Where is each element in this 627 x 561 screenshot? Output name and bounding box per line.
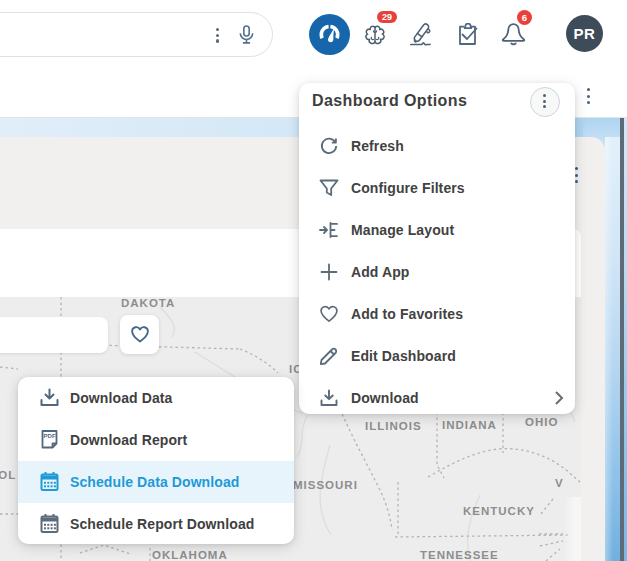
- svg-text:PDF: PDF: [44, 433, 56, 439]
